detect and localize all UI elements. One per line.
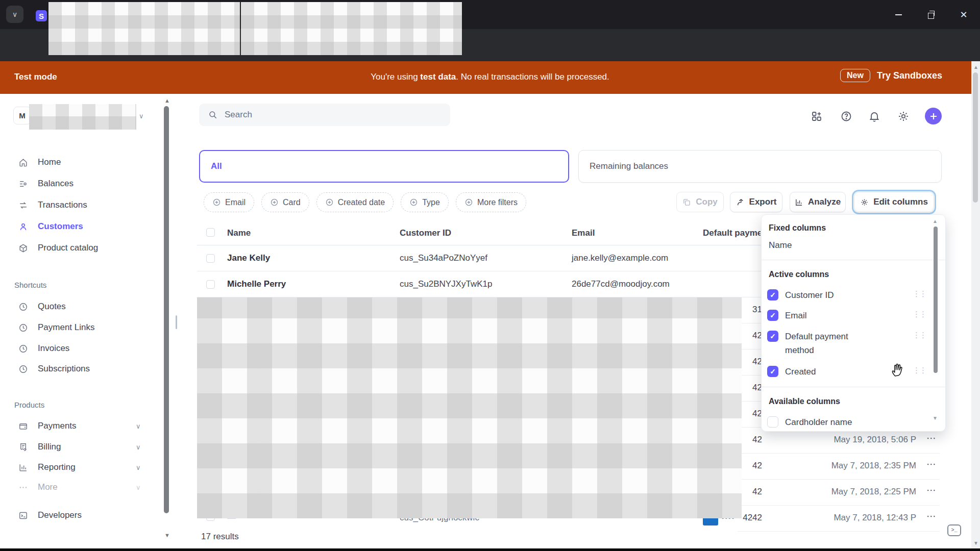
view-tab-label: Remaining balances [590,161,668,171]
page-scroll-down-icon[interactable]: ▼ [973,541,978,546]
tab-search-button[interactable]: ∨ [6,6,23,23]
reporting-chevron-down-icon[interactable]: ∨ [136,464,141,471]
sidebar-item-payments[interactable]: Payments [0,417,158,435]
drag-handle-icon[interactable]: ⋮⋮ [913,290,926,297]
checkbox-checked[interactable]: ✓ [767,366,778,377]
row-checkbox[interactable] [206,254,215,263]
row-overflow-button[interactable]: ⋯ [924,432,939,444]
notifications-button[interactable] [867,109,882,124]
account-avatar[interactable]: M [13,107,31,124]
copy-button[interactable]: Copy [676,192,724,212]
help-button[interactable] [839,109,854,124]
more-chevron-down-icon[interactable]: ∨ [136,484,141,491]
sidebar-item-payment-links[interactable]: Payment Links [0,319,158,336]
table-row[interactable]: 42May 7, 2018, 2:35 PM⋯ [738,454,940,480]
column-header-customer-id[interactable]: Customer ID [400,228,451,238]
fixed-columns-label: Fixed columns [769,223,826,233]
drag-handle-icon[interactable]: ⋮⋮ [913,311,926,318]
sidebar-item-home[interactable]: Home [0,154,158,171]
filter-chip-email[interactable]: Email [204,192,254,212]
sidebar-scroll-up-icon[interactable]: ▲ [164,98,170,104]
page-scroll-up-icon[interactable]: ▲ [973,65,978,70]
screen: ∨ S ✕ ← → ☆ Incognito ⋮ [0,0,980,551]
sidebar-scroll-down-icon[interactable]: ▼ [164,533,170,538]
check-icon: ✓ [770,332,776,340]
sidebar-item-transactions[interactable]: Transactions [0,196,158,214]
account-chevron-down-icon[interactable]: ∨ [139,112,144,120]
view-tab-all[interactable]: All [199,150,569,183]
table-row[interactable]: 4242May 7, 2018, 12:43 P⋯ [738,506,940,532]
sidebar-resize-handle[interactable] [176,315,177,329]
panel-scrollbar-thumb[interactable] [934,227,938,373]
column-header-default-payment[interactable]: Default payment method [703,228,761,238]
check-icon: ✓ [770,311,776,319]
balances-icon [18,179,28,189]
dev-console-button[interactable]: >_ [947,524,961,536]
sidebar-scrollbar-thumb[interactable] [164,106,169,513]
sidebar-item-reporting[interactable]: Reporting [0,459,158,476]
sidebar-item-billing[interactable]: Billing [0,438,158,456]
censored-table-body [197,297,742,518]
search-input[interactable] [224,109,420,120]
sidebar-item-quotes[interactable]: Quotes [0,298,158,315]
view-tab-label: All [211,161,222,171]
drag-handle-icon[interactable]: ⋮⋮ [913,367,926,374]
column-header-email[interactable]: Email [572,228,595,238]
minimize-button[interactable] [887,7,910,22]
apps-button[interactable] [809,109,824,124]
drag-handle-icon[interactable]: ⋮⋮ [913,332,926,339]
clock-icon [18,302,28,312]
column-header-name[interactable]: Name [227,228,251,238]
row-overflow-button[interactable]: ⋯ [924,458,939,470]
filter-chip-card[interactable]: Card [261,192,309,212]
sidebar-item-more[interactable]: More [0,479,158,496]
payments-chevron-down-icon[interactable]: ∨ [136,422,141,430]
filter-chip-label: Created date [338,198,385,207]
filter-chip-more-filters[interactable]: More filters [456,192,526,212]
home-icon [18,158,28,167]
clock-icon [18,323,28,333]
panel-scroll-up-icon[interactable]: ▲ [933,219,938,224]
filter-chip-created-date[interactable]: Created date [316,192,394,212]
row-checkbox[interactable] [206,280,215,289]
panel-scroll-down-icon[interactable]: ▼ [933,416,938,421]
checkbox-checked[interactable]: ✓ [767,310,778,321]
cell-card-last4: 42 [752,461,762,471]
restore-button[interactable] [920,7,943,22]
sidebar-item-developers[interactable]: Developers [0,507,158,524]
sidebar-item-customers[interactable]: Customers [0,218,158,235]
try-sandboxes-link[interactable]: Try Sandboxes [877,70,942,81]
sidebar-item-product-catalog[interactable]: Product catalog [0,239,158,257]
sidebar-item-label: Home [38,157,61,167]
edit-columns-panel: Fixed columns Name Active columns ✓ Cust… [761,214,946,432]
checkbox-checked[interactable]: ✓ [767,289,778,300]
cell-email: jane.kelly@example.com [572,253,668,263]
sidebar-item-subscriptions[interactable]: Subscriptions [0,360,158,378]
sidebar-item-label: Billing [38,442,61,452]
plus-circle-icon [325,198,334,207]
sidebar-item-balances[interactable]: Balances [0,175,158,192]
check-icon: ✓ [770,367,776,375]
search-bar[interactable] [199,104,450,126]
checkbox-unchecked[interactable] [767,416,778,428]
filter-chip-type[interactable]: Type [401,192,449,212]
export-button[interactable]: Export [730,192,782,212]
censored-tab-title [48,2,240,55]
page-scrollbar-thumb[interactable] [973,72,978,203]
analyze-button[interactable]: Analyze [790,192,846,212]
settings-button[interactable] [896,109,911,124]
sidebar-item-invoices[interactable]: Invoices [0,340,158,357]
available-columns-label: Available columns [769,397,840,406]
close-button[interactable]: ✕ [952,7,975,22]
view-tab-remaining-balances[interactable]: Remaining balances [578,150,942,183]
cell-card-last4: 42 [752,487,762,497]
row-overflow-button[interactable]: ⋯ [924,484,939,496]
table-row[interactable]: 42May 7, 2018, 2:25 PM⋯ [738,480,940,506]
row-overflow-button[interactable]: ⋯ [924,510,939,522]
edit-columns-button[interactable]: Edit columns [854,192,934,212]
test-mode-banner: Test mode You're using test data. No rea… [0,61,980,94]
select-all-checkbox[interactable] [206,228,215,237]
create-button[interactable] [925,108,942,124]
checkbox-checked[interactable]: ✓ [767,331,778,342]
billing-chevron-down-icon[interactable]: ∨ [136,443,141,451]
